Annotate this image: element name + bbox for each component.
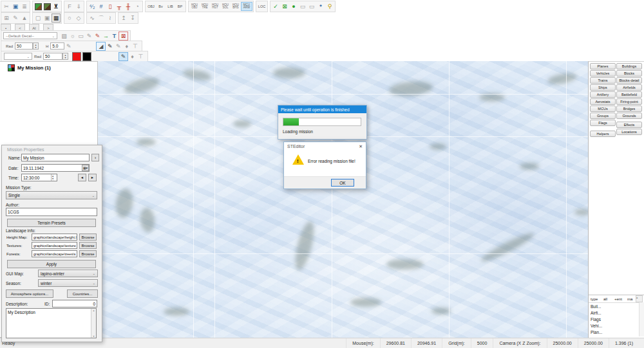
path-input[interactable]: graphics\landscape\trees\s <box>32 250 77 257</box>
arc-tool-icon[interactable]: ⌒ <box>97 14 106 23</box>
apply-button[interactable]: Apply <box>7 260 96 268</box>
textarea-scrollbar[interactable]: ▴ ▾ <box>91 309 96 338</box>
path-input[interactable]: graphics\landscape\texture <box>32 242 77 249</box>
texture-checker-icon[interactable]: ▦ <box>52 14 61 23</box>
import-heightmap-icon[interactable]: ⊻ <box>52 2 61 11</box>
texture-frame-icon[interactable]: ▣ <box>43 14 52 23</box>
texture-small-icon[interactable]: ▢ <box>33 14 43 23</box>
grid-toggle-icon[interactable]: # <box>97 2 106 11</box>
decal-tree-icon[interactable]: → <box>102 32 110 41</box>
rails-icon[interactable]: ╫ <box>124 2 133 11</box>
browse-button[interactable]: Browse <box>79 234 97 241</box>
filter-bp-button[interactable]: BP <box>175 2 185 11</box>
gui-map-select[interactable]: lapino-winter⌄ <box>38 270 98 277</box>
show-hou-obj-button[interactable]: HOU OBJ <box>189 2 200 11</box>
bridge-icon[interactable]: ╥ <box>115 2 124 11</box>
category-button[interactable]: Grounds <box>616 113 642 119</box>
tree-item-my-mission[interactable]: My Mission (1) <box>0 62 97 71</box>
category-button[interactable]: Aerostats <box>590 98 616 105</box>
category-button[interactable]: Firing-point <box>616 98 642 105</box>
scroll-up-icon[interactable]: ▴ <box>93 309 94 312</box>
paint-radius-input[interactable]: 50 <box>43 53 62 60</box>
table-scrollbar[interactable] <box>639 302 644 336</box>
dot-icon[interactable]: ● <box>289 2 298 11</box>
category-button[interactable]: Bridges <box>616 105 642 112</box>
decal-text-icon[interactable]: T <box>110 32 118 41</box>
decal-pencil-icon[interactable]: ✎ <box>85 32 93 41</box>
browse-button[interactable]: Browse <box>79 242 97 249</box>
scroll-up-icon[interactable]: ▴ <box>636 295 643 302</box>
countries-button[interactable]: Countries... <box>67 289 98 298</box>
scroll-down-icon[interactable]: ▾ <box>93 334 94 338</box>
terrain-triangles-icon[interactable]: ▲ <box>20 14 29 23</box>
table-row[interactable]: Plan... <box>589 329 644 335</box>
import-page-icon[interactable]: ↥ <box>119 14 128 23</box>
height-picker-icon[interactable]: ✎ <box>64 42 73 51</box>
decal-image-icon[interactable]: ▨ <box>60 32 68 41</box>
category-button[interactable]: Airfields <box>616 84 642 91</box>
show-hou-sol-button[interactable]: HOU SOL <box>220 2 231 11</box>
category-button[interactable]: Trains <box>590 77 616 84</box>
decal-terrain2-icon[interactable] <box>43 2 52 11</box>
name-expand-button[interactable]: › <box>91 154 99 161</box>
envelope-icon[interactable]: ⊠ <box>280 2 289 11</box>
radius-stepper[interactable]: ▴▾ <box>33 42 39 50</box>
landing-marker-icon[interactable]: ⇓ <box>74 2 83 11</box>
table-row[interactable]: Buil... <box>589 303 644 309</box>
time-stepper[interactable]: ▴▾ <box>51 174 54 181</box>
drop-tool-icon[interactable]: ♦ <box>122 42 131 51</box>
time-forward-button[interactable]: ▸ <box>88 174 97 181</box>
black-swatch[interactable] <box>82 52 91 61</box>
export-page-icon[interactable]: ↧ <box>128 14 137 23</box>
category-button[interactable]: Planes <box>590 63 616 69</box>
key-icon[interactable]: ⚲ <box>325 2 334 11</box>
paint-radius-stepper[interactable]: ▴▾ <box>62 53 68 60</box>
font-icon[interactable]: F <box>65 2 74 11</box>
decal-rect-icon[interactable]: ▭ <box>77 32 85 41</box>
slope-tool-icon[interactable]: ◢ <box>96 42 106 51</box>
decal-sun-icon[interactable]: ☼ <box>68 32 77 41</box>
ruler-icon[interactable]: ▯ <box>106 2 115 11</box>
flatten-tool-icon[interactable]: ⊤ <box>131 42 139 51</box>
red-swatch[interactable] <box>72 52 81 61</box>
table-row[interactable]: Airfi... <box>589 309 644 316</box>
radius-input[interactable]: 50 <box>15 42 33 50</box>
show-hou-bhs-button[interactable]: HOU BHS <box>231 2 241 11</box>
mission-type-select[interactable]: Single⌄ <box>6 191 97 199</box>
calendar-icon[interactable]: ▦▾ <box>82 165 89 171</box>
polygon-tool-icon[interactable]: ◇ <box>74 14 83 23</box>
links-view-icon[interactable]: ⊞ <box>2 14 11 23</box>
time-back-button[interactable]: ◂ <box>78 174 86 181</box>
decal-terrain-icon[interactable] <box>33 2 43 11</box>
decal-picker-icon[interactable]: ✎ <box>93 32 102 41</box>
decal-select[interactable]: --Default Decal--⌄ <box>3 32 57 39</box>
category-button[interactable]: Vehicles <box>590 70 616 77</box>
terrain-presets-button[interactable]: Terrain Presets <box>7 219 96 227</box>
filter-obj-button[interactable]: OBJ <box>146 2 156 11</box>
category-button[interactable]: Blocks-detail <box>616 77 642 84</box>
paint-tool-icon[interactable]: ✎ <box>118 52 128 61</box>
runway-icon[interactable]: ▭ <box>298 2 307 11</box>
draw-lines-icon[interactable]: ✎ <box>11 14 20 23</box>
show-hou-hgt-button[interactable]: HOU HGT <box>210 2 220 11</box>
ok-button[interactable]: OK <box>331 179 354 187</box>
category-button[interactable]: Blocks <box>616 70 642 77</box>
category-button[interactable]: Helpers <box>590 131 616 137</box>
browse-button[interactable]: Browse <box>79 250 97 257</box>
close-icon[interactable]: ✕ <box>359 144 363 149</box>
id-input[interactable]: 0 <box>52 300 97 307</box>
filter-bv-button[interactable]: Bv <box>156 2 166 11</box>
table-row[interactable]: Vehi... <box>589 322 644 329</box>
atmosphere-options-button[interactable]: Atmosphere options... <box>6 289 53 298</box>
category-button[interactable]: Battlefield <box>616 91 642 98</box>
path-input[interactable]: graphics\landscape\height.l <box>32 234 77 241</box>
lower-tool-icon[interactable]: ✎ <box>114 42 122 51</box>
raise-tool-icon[interactable]: ✎ <box>106 42 114 51</box>
author-input[interactable]: 1CGS <box>6 208 97 216</box>
category-button[interactable]: Artillery <box>590 91 616 98</box>
category-button[interactable]: MCUs <box>590 105 616 112</box>
height-input[interactable]: 5.0 <box>50 42 64 50</box>
stamp-tool-icon[interactable]: ⊤ <box>137 52 145 61</box>
show-hou-tre-button[interactable]: HOU TRE <box>200 2 210 11</box>
category-button[interactable]: Ships <box>590 84 616 91</box>
